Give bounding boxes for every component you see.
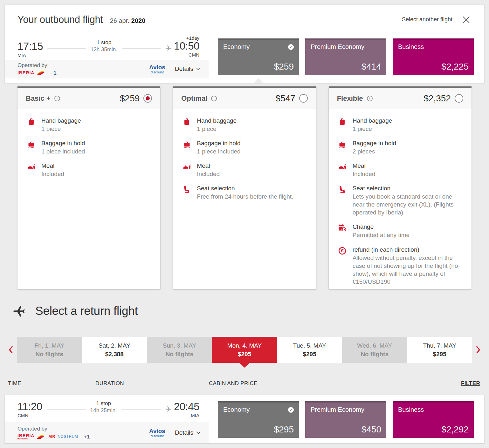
svg-text:€: € [341, 248, 344, 253]
date-label: Wed, 6. MAY [357, 342, 392, 349]
cabin-business-button[interactable]: Business $2,292 [393, 401, 474, 438]
info-icon[interactable] [54, 96, 60, 101]
hand-baggage-icon [182, 117, 191, 133]
departure-time: 11:20 [17, 401, 42, 412]
chevron-down-icon [196, 431, 201, 434]
page-title: Your outbound flight [17, 14, 103, 25]
cabin-premium-economy-button[interactable]: Premium Economy $450 [305, 401, 386, 438]
stops-count: 1 stop [91, 39, 117, 46]
departure-block: 11:20 CMN [17, 399, 42, 418]
feature-meal: MealIncluded [182, 162, 306, 178]
info-icon[interactable] [211, 96, 217, 101]
fare-card-basic-plus[interactable]: Basic + $259 Hand baggage1 piece Baggage… [17, 86, 160, 289]
feature-refund: € refund (in each direction)Allowed with… [338, 246, 462, 286]
fare-radio[interactable] [455, 94, 463, 103]
column-duration: DURATION [95, 380, 124, 387]
feature-change: ChangePermitted at any time [338, 223, 462, 239]
arrival-airport: CMN [174, 52, 199, 58]
date-price: $295 [433, 351, 446, 358]
details-toggle[interactable]: Details [175, 429, 201, 436]
filter-link[interactable]: FILTER [461, 380, 480, 387]
hand-baggage-icon [26, 117, 36, 133]
seat-icon [182, 185, 191, 200]
fare-card-flexible[interactable]: Flexible $2,352 Hand baggage1 piece Bagg… [329, 86, 472, 289]
feature-hold-baggage: Baggage in hold2 pieces [338, 140, 462, 155]
outbound-cabin-buttons: Economy $259 Premium Economy $414 Busine… [209, 32, 484, 78]
fare-price: $547 [275, 93, 295, 104]
hold-baggage-icon [26, 140, 36, 155]
cabin-business-button[interactable]: Business $2,225 [393, 38, 474, 75]
date-price: No flights [166, 351, 194, 358]
date-tab-thu-7-may[interactable]: Thu, 7. MAY $295 [407, 337, 472, 363]
select-another-flight-link[interactable]: Select another flight [402, 16, 452, 23]
operated-by-label: Operated by: [17, 425, 90, 432]
cabin-economy-button[interactable]: Economy $259 [218, 38, 299, 75]
route-line [121, 409, 161, 410]
date-tab-wed-6-may: Wed, 6. MAY No flights [342, 337, 407, 363]
hand-baggage-icon [338, 117, 347, 133]
return-plane-icon [12, 304, 26, 318]
return-section-title: Select a return flight [35, 304, 138, 318]
arrival-block: +1day 10:50 CMN [174, 35, 199, 58]
departure-block: 17:15 MIA [17, 35, 43, 58]
date-tab-sun-3-may: Sun, 3. MAY No flights [147, 337, 212, 363]
chevron-down-icon [196, 68, 201, 71]
fare-radio[interactable] [299, 94, 308, 103]
outbound-header: Your outbound flight 26 apr.2020 Select … [5, 5, 484, 32]
cabin-price: $2,225 [441, 62, 469, 72]
carousel-prev-icon[interactable] [5, 337, 17, 363]
additional-carriers: +1 [84, 433, 90, 440]
cabin-price: $295 [274, 424, 294, 435]
cabin-premium-economy-button[interactable]: Premium Economy $414 [305, 38, 386, 75]
outbound-date: 26 apr. [110, 17, 129, 24]
meal-icon [26, 162, 36, 178]
iberia-logo: IBERIA [17, 70, 34, 76]
fare-name: Basic + [26, 94, 51, 103]
arrival-time: 20:45 [174, 401, 199, 412]
date-carousel: Fri, 1. MAY No flights Sat, 2. MAY $2,38… [5, 337, 484, 363]
results-column-headers: TIME DURATION CABIN AND PRICE FILTER [5, 380, 484, 387]
plane-icon [165, 45, 172, 52]
date-tab-mon-4-may-selected[interactable]: Mon, 4. MAY $295 [212, 337, 277, 363]
close-icon[interactable] [461, 14, 472, 25]
outbound-flight-row: 17:15 MIA 1 stop 12h 35min. +1day [5, 32, 484, 78]
stops-block: 1 stop 12h 35min. [91, 39, 117, 53]
arrival-time: 10:50 [174, 41, 199, 52]
feature-seat-selection: Seat selectionFree from 24 hours before … [182, 185, 306, 200]
fare-card-optimal[interactable]: Optimal $547 Hand baggage1 piece Baggage… [173, 86, 316, 289]
departure-airport: MIA [17, 52, 43, 58]
fare-options: Basic + $259 Hand baggage1 piece Baggage… [17, 86, 472, 289]
route-line [47, 409, 86, 410]
cabin-price: $259 [274, 62, 294, 72]
flight-duration: 12h 35min. [91, 46, 117, 53]
date-price: $2,388 [105, 351, 124, 358]
date-price: $295 [303, 351, 316, 358]
date-label: Sun, 3. MAY [163, 342, 196, 349]
operated-by-row: Operated by: IBERIA REGIONAL AIRNOSTRUM … [5, 422, 209, 443]
feature-hand-baggage: Hand baggage1 piece [182, 117, 306, 133]
feature-seat-selection: Seat selectionLets you book a standard s… [338, 185, 462, 216]
iberia-regional-label: REGIONAL [17, 438, 34, 440]
iberia-swoosh-icon [37, 71, 45, 75]
date-tab-fri-1-may: Fri, 1. MAY No flights [17, 337, 82, 363]
fare-name: Flexible [337, 94, 363, 103]
fare-radio-selected[interactable] [143, 94, 152, 103]
column-time: TIME [8, 380, 21, 387]
carousel-next-icon[interactable] [472, 337, 484, 363]
info-icon[interactable] [367, 96, 373, 101]
details-toggle[interactable]: Details [175, 65, 201, 72]
return-cabin-buttons: Economy $295 Premium Economy $450 Busine… [209, 395, 484, 443]
cabin-price: $2,292 [441, 424, 469, 435]
operated-by-label: Operated by: [17, 62, 57, 69]
seat-icon [338, 185, 347, 216]
date-tab-tue-5-may[interactable]: Tue, 5. MAY $295 [277, 337, 342, 363]
route-line [122, 48, 161, 49]
date-label: Mon, 4. MAY [227, 342, 262, 349]
date-price: No flights [361, 351, 389, 358]
cabin-economy-button[interactable]: Economy $295 [218, 401, 299, 438]
departure-airport: CMN [17, 413, 42, 418]
outbound-flight-info: 17:15 MIA 1 stop 12h 35min. +1day [5, 32, 209, 78]
feature-meal: MealIncluded [338, 162, 462, 178]
date-tab-sat-2-may[interactable]: Sat, 2. MAY $2,388 [82, 337, 147, 363]
cabin-price: $450 [362, 424, 381, 435]
